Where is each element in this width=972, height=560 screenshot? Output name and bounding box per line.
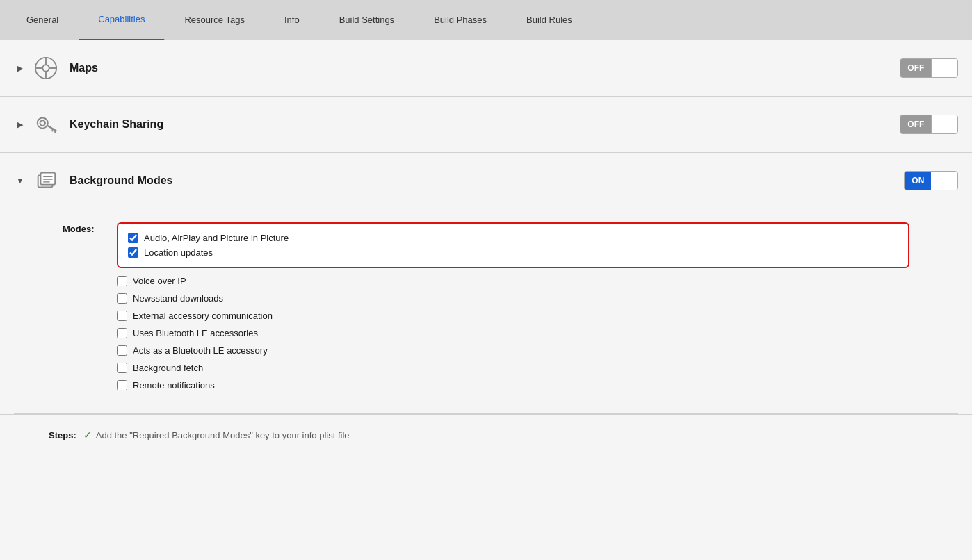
mode-bluetooth-acts-label[interactable]: Acts as a Bluetooth LE accessory — [133, 345, 268, 356]
mode-location-checkbox[interactable] — [128, 247, 138, 258]
modes-list: Audio, AirPlay and Picture in Picture Lo… — [117, 222, 909, 393]
keychain-toggle-off: OFF — [900, 115, 932, 133]
highlighted-modes-box: Audio, AirPlay and Picture in Picture Lo… — [117, 222, 909, 268]
tab-build-settings[interactable]: Build Settings — [320, 0, 415, 40]
tab-general[interactable]: General — [7, 0, 79, 40]
keychain-icon — [32, 110, 60, 138]
background-expand-arrow[interactable]: ▼ — [14, 174, 26, 187]
tab-build-phases[interactable]: Build Phases — [414, 0, 507, 40]
background-header: ▼ Background Modes ON — [14, 153, 958, 208]
mode-voip-checkbox[interactable] — [117, 276, 127, 286]
svg-rect-12 — [40, 173, 55, 185]
tab-build-rules[interactable]: Build Rules — [507, 0, 592, 40]
steps-line: Steps: ✓ Add the "Required Background Mo… — [49, 429, 923, 440]
steps-area: Steps: ✓ Add the "Required Background Mo… — [0, 415, 972, 454]
maps-header: ▶ Maps OFF — [14, 40, 958, 96]
maps-section: ▶ Maps OFF — [0, 40, 972, 97]
mode-location-label[interactable]: Location updates — [144, 247, 213, 258]
keychain-expand-arrow[interactable]: ▶ — [14, 118, 26, 131]
svg-point-6 — [38, 118, 48, 129]
background-toggle-on: ON — [905, 172, 931, 190]
mode-voip-row: Voice over IP — [117, 274, 909, 288]
maps-toggle-off: OFF — [900, 59, 932, 77]
keychain-section: ▶ Keychain Sharing OFF — [0, 97, 972, 153]
keychain-header: ▶ Keychain Sharing OFF — [14, 97, 958, 152]
mode-remote-row: Remote notifications — [117, 378, 909, 393]
modes-label: Modes: — [63, 222, 111, 234]
content-area: ▶ Maps OFF ▶ — [0, 40, 972, 560]
maps-toggle[interactable]: OFF — [900, 58, 958, 78]
background-icon — [32, 167, 60, 195]
mode-bluetooth-uses-label[interactable]: Uses Bluetooth LE accessories — [133, 328, 258, 338]
keychain-toggle[interactable]: OFF — [900, 115, 958, 134]
mode-location-row: Location updates — [128, 245, 898, 260]
mode-remote-checkbox[interactable] — [117, 380, 127, 390]
mode-newsstand-checkbox[interactable] — [117, 293, 127, 304]
modes-grid: Modes: Audio, AirPlay and Picture in Pic… — [63, 222, 909, 393]
svg-point-1 — [42, 65, 49, 71]
mode-bluetooth-uses-row: Uses Bluetooth LE accessories — [117, 326, 909, 340]
tab-resource-tags[interactable]: Resource Tags — [165, 0, 264, 40]
mode-audio-row: Audio, AirPlay and Picture in Picture — [128, 231, 898, 245]
maps-icon — [32, 54, 60, 82]
tab-info[interactable]: Info — [265, 0, 320, 40]
mode-bluetooth-acts-checkbox[interactable] — [117, 345, 127, 356]
mode-bgfetch-label[interactable]: Background fetch — [133, 363, 203, 373]
maps-expand-arrow[interactable]: ▶ — [14, 62, 26, 74]
mode-audio-checkbox[interactable] — [128, 233, 138, 243]
mode-audio-label[interactable]: Audio, AirPlay and Picture in Picture — [144, 233, 289, 243]
mode-remote-label[interactable]: Remote notifications — [133, 380, 215, 390]
mode-external-label[interactable]: External accessory communication — [133, 311, 273, 321]
background-toggle-off — [931, 172, 957, 190]
mode-external-checkbox[interactable] — [117, 311, 127, 321]
mode-voip-label[interactable]: Voice over IP — [133, 276, 186, 286]
steps-label: Steps: — [49, 430, 76, 440]
background-section: ▼ Background Modes ON Modes: — [0, 153, 972, 415]
maps-title: Maps — [70, 62, 900, 74]
mode-bluetooth-acts-row: Acts as a Bluetooth LE accessory — [117, 343, 909, 358]
mode-bgfetch-checkbox[interactable] — [117, 363, 127, 373]
background-title: Background Modes — [70, 174, 904, 187]
tab-capabilities[interactable]: Capabilities — [79, 0, 165, 40]
steps-check-icon: ✓ — [83, 429, 92, 440]
mode-bgfetch-row: Background fetch — [117, 361, 909, 375]
maps-toggle-on — [932, 59, 957, 77]
background-toggle[interactable]: ON — [904, 171, 958, 190]
mode-external-row: External accessory communication — [117, 308, 909, 323]
mode-bluetooth-uses-checkbox[interactable] — [117, 328, 127, 338]
mode-newsstand-label[interactable]: Newsstand downloads — [133, 293, 223, 304]
steps-item-1: Add the "Required Background Modes" key … — [96, 430, 350, 440]
svg-point-7 — [40, 120, 46, 126]
keychain-toggle-on — [932, 115, 957, 133]
tab-bar: General Capabilities Resource Tags Info … — [0, 0, 972, 40]
keychain-title: Keychain Sharing — [70, 118, 900, 131]
mode-newsstand-row: Newsstand downloads — [117, 291, 909, 306]
background-modes-body: Modes: Audio, AirPlay and Picture in Pic… — [14, 208, 958, 414]
